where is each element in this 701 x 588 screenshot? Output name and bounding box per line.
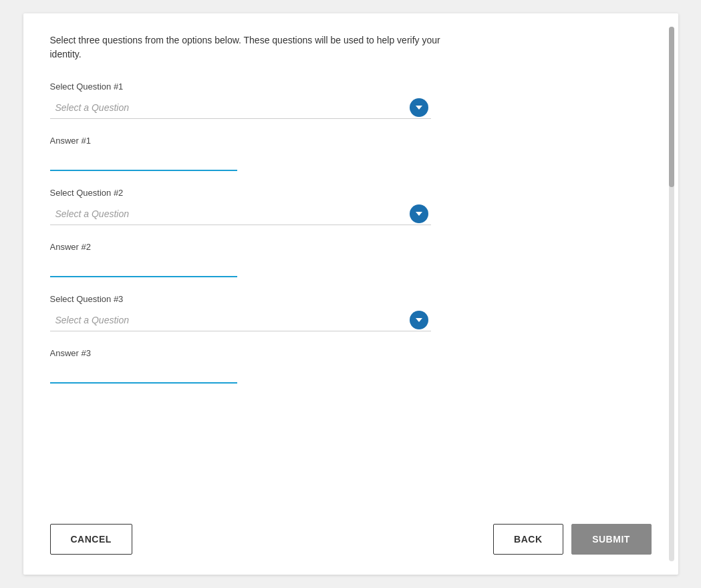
scrollbar-track[interactable] [669, 27, 674, 561]
question-1-select-wrapper[interactable]: Select a Question [50, 97, 431, 119]
page-container: Select three questions from the options … [0, 0, 701, 588]
answer-2-input[interactable] [50, 257, 237, 277]
answer-2-section: Answer #2 [50, 242, 645, 277]
card: Select three questions from the options … [23, 13, 678, 575]
question-3-label: Select Question #3 [50, 294, 645, 304]
scroll-area: Select three questions from the options … [50, 33, 652, 490]
footer-buttons: CANCEL BACK SUBMIT [50, 504, 652, 555]
answer-1-section: Answer #1 [50, 136, 645, 171]
question-3-section: Select Question #3 Select a Question [50, 294, 645, 331]
question-1-select[interactable]: Select a Question [50, 97, 431, 118]
question-1-section: Select Question #1 Select a Question [50, 82, 645, 119]
answer-1-input[interactable] [50, 151, 237, 171]
question-2-select[interactable]: Select a Question [50, 203, 431, 225]
answer-3-section: Answer #3 [50, 348, 645, 384]
question-3-select[interactable]: Select a Question [50, 309, 431, 331]
question-2-section: Select Question #2 Select a Question [50, 188, 645, 225]
scrollbar-thumb[interactable] [669, 27, 674, 187]
question-2-label: Select Question #2 [50, 188, 645, 198]
question-3-select-wrapper[interactable]: Select a Question [50, 309, 431, 331]
cancel-button[interactable]: CANCEL [50, 524, 132, 555]
answer-3-label: Answer #3 [50, 348, 645, 358]
answer-2-label: Answer #2 [50, 242, 645, 252]
answer-1-label: Answer #1 [50, 136, 645, 146]
back-button[interactable]: BACK [493, 524, 563, 555]
question-1-label: Select Question #1 [50, 82, 645, 92]
question-2-select-wrapper[interactable]: Select a Question [50, 203, 431, 225]
answer-3-input[interactable] [50, 363, 237, 384]
submit-button[interactable]: SUBMIT [571, 524, 652, 555]
description-text: Select three questions from the options … [50, 33, 451, 61]
right-buttons: BACK SUBMIT [493, 524, 651, 555]
